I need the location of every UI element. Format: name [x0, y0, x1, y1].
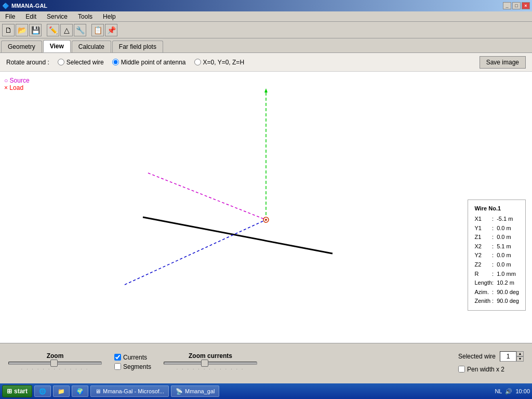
table-row: Length : 10.2 m — [474, 278, 519, 288]
save-image-button[interactable]: Save image — [480, 56, 526, 69]
tab-calculate[interactable]: Calculate — [72, 41, 111, 52]
titlebar: 🔷 MMANA-GAL _ □ × — [0, 0, 532, 11]
zoom-label: Zoom — [47, 352, 64, 360]
rotate-xyz-label: X=0, Y=0, Z=H — [203, 59, 245, 66]
rotate-bar: Rotate around : Selected wire Middle poi… — [0, 53, 532, 72]
wire-spin-down[interactable]: ▼ — [516, 356, 524, 362]
tab-view[interactable]: View — [43, 40, 71, 52]
nl-indicator: NL — [495, 388, 502, 394]
taskbar: ⊞ start 🌐 📁 🌍 🖥 Mmana-Gal - Microsof... … — [0, 383, 532, 399]
pen-width-checkbox-group[interactable]: Pen width x 2 — [458, 366, 524, 373]
close-button[interactable]: × — [522, 2, 530, 9]
folder-icon: 📁 — [58, 388, 65, 395]
taskbar-app-internet-explorer[interactable]: 🌐 — [34, 385, 51, 397]
zoom-currents-slider-dots: · · · · · · · · · · · · · — [177, 367, 245, 371]
zoom-currents-slider-track[interactable] — [164, 362, 257, 365]
feed-point-dot — [265, 219, 267, 221]
pen-width-checkbox[interactable] — [458, 366, 465, 373]
app2-icon: 📡 — [176, 388, 183, 395]
wire-y1-value: 0.0 m — [494, 224, 519, 233]
antenna-diagram — [0, 72, 532, 337]
rotate-xyz-radio[interactable] — [194, 59, 201, 65]
rotate-xyz[interactable]: X=0, Y=0, Z=H — [194, 59, 245, 66]
tab-geometry[interactable]: Geometry — [1, 41, 42, 52]
wire-input[interactable] — [500, 351, 516, 362]
segments-checkbox-group[interactable]: Segments — [114, 363, 151, 370]
zoom-currents-control: Zoom currents · · · · · · · · · · · · · — [164, 352, 257, 371]
table-row: X2 : 5.1 m — [474, 242, 519, 251]
copy-button[interactable]: 📋 — [91, 24, 104, 36]
triangle-button[interactable]: △ — [60, 24, 73, 36]
segments-checkbox[interactable] — [114, 363, 121, 370]
checkbox-group: Currents Segments — [114, 354, 151, 370]
wire-r-key: R — [474, 270, 492, 279]
zoom-slider-thumb[interactable] — [50, 360, 58, 367]
menu-tools[interactable]: Tools — [75, 12, 96, 21]
wire-pen-group: Selected wire ▲ ▼ Pen width x 2 — [458, 351, 524, 373]
menu-help[interactable]: Help — [100, 12, 119, 21]
zoom-slider-dots: · · · · · · · · · · · · · — [21, 367, 89, 371]
table-row: Z2 : 0.0 m — [474, 260, 519, 270]
rotate-selected-wire-label: Selected wire — [66, 59, 104, 66]
pencil-button[interactable]: ✏️ — [47, 24, 59, 36]
wire-spin-up[interactable]: ▲ — [516, 351, 524, 356]
main-content: Rotate around : Selected wire Middle poi… — [0, 53, 532, 343]
menu-edit[interactable]: Edit — [22, 12, 39, 21]
zoom-control: Zoom · · · · · · · · · · · · · — [8, 352, 102, 371]
selected-wire-label: Selected wire — [458, 353, 496, 360]
menu-file[interactable]: File — [2, 12, 18, 21]
wire-z1-key: Z1 — [474, 233, 492, 242]
table-row: Y1 : 0.0 m — [474, 224, 519, 233]
start-button[interactable]: ⊞ start — [2, 385, 32, 397]
currents-checkbox[interactable] — [114, 354, 121, 361]
wire-zenith-value: 90.0 deg — [494, 297, 519, 306]
rotate-selected-wire-radio[interactable] — [58, 59, 64, 65]
rotate-middle-point-radio[interactable] — [112, 59, 119, 65]
app1-icon: 🖥 — [95, 388, 101, 394]
wire-z1-value: 0.0 m — [494, 233, 519, 242]
app-icon: 🔷 — [2, 3, 9, 9]
z-axis-arrow — [264, 88, 268, 92]
menu-service[interactable]: Service — [44, 12, 71, 21]
wire-z2-key: Z2 — [474, 260, 492, 270]
rotate-selected-wire[interactable]: Selected wire — [58, 59, 104, 66]
zoom-currents-label: Zoom currents — [189, 352, 232, 360]
zoom-slider-track[interactable] — [8, 362, 102, 365]
blue-wire — [125, 220, 266, 285]
wire-length-value: 10.2 m — [494, 278, 519, 288]
table-row: Y2 : 0.0 m — [474, 251, 519, 260]
wire-x1-value: -5.1 m — [494, 215, 519, 224]
new-button[interactable]: 🗋 — [2, 24, 15, 36]
bottom-controls: Zoom · · · · · · · · · · · · · Currents … — [0, 343, 532, 380]
minimize-button[interactable]: _ — [503, 2, 511, 9]
wire-x2-value: 5.1 m — [494, 242, 519, 251]
rotate-label: Rotate around : — [6, 59, 49, 66]
start-label: start — [14, 388, 28, 395]
wire-x1-colon: : — [492, 215, 494, 224]
tab-far-field-plots[interactable]: Far field plots — [112, 41, 163, 52]
paste-button[interactable]: 📌 — [105, 24, 117, 36]
taskbar-app-mmana-microsof[interactable]: 🖥 Mmana-Gal - Microsof... — [90, 385, 169, 397]
maximize-button[interactable]: □ — [512, 2, 521, 9]
settings-button[interactable]: 🔧 — [74, 24, 86, 36]
open-button[interactable]: 📂 — [16, 24, 28, 36]
wire-y1-key: Y1 — [474, 224, 492, 233]
taskbar-app-mmana-gal[interactable]: 📡 Mmana_gal — [171, 385, 219, 397]
rotate-middle-point[interactable]: Middle point of antenna — [112, 59, 186, 66]
taskbar-app-folder[interactable]: 📁 — [53, 385, 70, 397]
taskbar-app-browser2[interactable]: 🌍 — [72, 385, 88, 397]
wire-zenith-key: Zenith — [474, 297, 492, 306]
wire-info-title: Wire No.1 — [474, 204, 519, 214]
network-icon: 🔊 — [505, 388, 512, 395]
currents-checkbox-group[interactable]: Currents — [114, 354, 151, 361]
pen-width-label: Pen width x 2 — [467, 366, 504, 373]
table-row: Azim. : 90.0 deg — [474, 288, 519, 297]
toolbar: 🗋 📂 💾 ✏️ △ 🔧 📋 📌 — [0, 22, 532, 38]
rotate-middle-point-label: Middle point of antenna — [121, 59, 186, 66]
save-button[interactable]: 💾 — [29, 24, 42, 36]
main-wire — [143, 217, 332, 254]
wire-x2-key: X2 — [474, 242, 492, 251]
app2-label: Mmana_gal — [185, 388, 215, 394]
menubar: File Edit Service Tools Help — [0, 11, 532, 22]
zoom-currents-slider-thumb[interactable] — [201, 360, 208, 367]
